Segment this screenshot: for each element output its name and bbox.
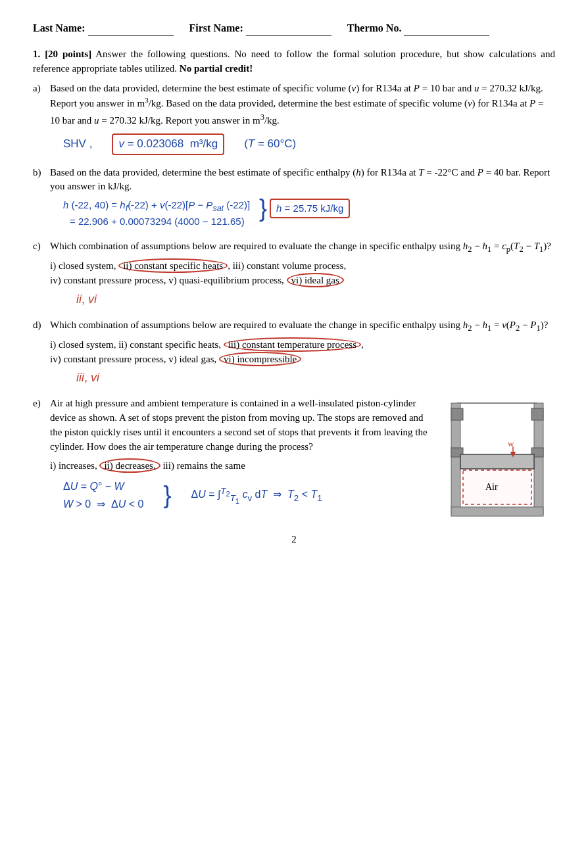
part-d-answer: iii, vi xyxy=(76,369,555,386)
part-d-line1: i) closed system, ii) constant specific … xyxy=(50,338,555,352)
q1-points: [20 points] xyxy=(45,49,91,59)
svg-rect-5 xyxy=(531,408,543,420)
page-number: 2 xyxy=(33,533,555,547)
part-a: a) Based on the data provided, determine… xyxy=(33,82,555,159)
last-name-field[interactable] xyxy=(88,20,174,36)
part-b-text: Based on the data provided, determine th… xyxy=(50,166,555,195)
part-b-brace: } h = 25.75 kJ/kg xyxy=(259,198,350,219)
part-e-line1: ΔU = Q° − W xyxy=(63,479,143,494)
part-d-line2: iv) constant pressure process, v) ideal … xyxy=(50,352,555,367)
q1-no-partial: No partial credit! xyxy=(180,63,253,74)
part-e-ii-circled: ii) decreases, xyxy=(99,458,160,473)
part-a-label: a) xyxy=(33,82,45,159)
svg-rect-3 xyxy=(451,507,543,516)
last-name-label: Last Name: xyxy=(33,20,86,36)
part-d-label: d) xyxy=(33,318,45,391)
first-name-label: First Name: xyxy=(189,20,243,36)
part-e-right-line1: ΔU = ∫T2T1 cv dT ⇒ T2 < T1 xyxy=(191,485,322,506)
part-e-label: e) xyxy=(33,397,45,526)
svg-rect-8 xyxy=(460,454,534,469)
part-a-shv: SHV , xyxy=(63,136,92,153)
part-e: e) Ai xyxy=(33,397,555,526)
part-d-vi-circled: vi) incompressible xyxy=(219,352,301,366)
part-a-temp: (T = 60°C) xyxy=(244,136,296,153)
thermo-label: Thermo No. xyxy=(347,20,402,36)
part-b-calc: h (-22, 40) = hf(-22) + v(-22)[P − Psat … xyxy=(63,198,250,229)
part-c-ii-circled: ii) constant specific heats xyxy=(118,258,228,273)
part-b-label: b) xyxy=(33,166,45,233)
q1-number: 1. xyxy=(33,49,40,59)
part-d: d) Which combination of assumptions belo… xyxy=(33,318,555,391)
part-e-calc-left: ΔU = Q° − W W > 0 ⇒ ΔU < 0 xyxy=(63,479,143,512)
q1-text: Answer the following questions. No need … xyxy=(33,49,555,74)
part-c-content: Which combination of assumptions below a… xyxy=(50,239,555,312)
part-c-line2: iv) constant pressure process, v) quasi-… xyxy=(50,274,555,288)
part-b: b) Based on the data provided, determine… xyxy=(33,166,555,233)
part-a-content: Based on the data provided, determine th… xyxy=(50,82,555,159)
part-e-content: Air w Air at high pressure and ambient t… xyxy=(50,397,550,526)
part-d-options: i) closed system, ii) constant specific … xyxy=(50,338,555,367)
part-a-answer-box: v = 0.023068 m³/kg xyxy=(112,133,224,155)
part-b-answer-box: h = 25.75 kJ/kg xyxy=(270,199,350,218)
part-b-content: Based on the data provided, determine th… xyxy=(50,166,555,233)
air-label: Air xyxy=(485,482,498,492)
part-e-handwritten: ΔU = Q° − W W > 0 ⇒ ΔU < 0 } ΔU = ∫T2T1 … xyxy=(63,479,435,512)
first-name-field[interactable] xyxy=(246,20,331,36)
part-b-line1: h (-22, 40) = hf(-22) + v(-22)[P − Psat … xyxy=(63,198,250,214)
piston-diagram-container: Air w xyxy=(445,397,550,526)
part-c-label: c) xyxy=(33,239,45,312)
part-c-hw-answer: ii, vi xyxy=(76,293,97,306)
part-c-options: i) closed system, ii) constant specific … xyxy=(50,259,555,288)
thermo-field[interactable] xyxy=(404,20,489,36)
part-d-text: Which combination of assumptions below a… xyxy=(50,318,555,334)
part-d-iii-circled: iii) constant temperature process xyxy=(224,337,361,352)
part-c-vi-circled: vi) ideal gas xyxy=(287,273,344,287)
part-c-text: Which combination of assumptions below a… xyxy=(50,239,555,255)
part-c-line1: i) closed system, ii) constant specific … xyxy=(50,259,555,274)
part-e-calc-right: ΔU = ∫T2T1 cv dT ⇒ T2 < T1 xyxy=(191,485,322,506)
svg-rect-4 xyxy=(451,408,463,420)
part-c: c) Which combination of assumptions belo… xyxy=(33,239,555,312)
piston-diagram-svg: Air w xyxy=(445,397,550,521)
header: Last Name: First Name: Thermo No. xyxy=(33,20,555,36)
part-b-handwritten: h (-22, 40) = hf(-22) + v(-22)[P − Psat … xyxy=(63,198,555,229)
part-d-content: Which combination of assumptions below a… xyxy=(50,318,555,391)
part-e-brace: } xyxy=(163,485,171,506)
question-1: 1. [20 points] Answer the following ques… xyxy=(33,47,555,76)
part-b-line2: = 22.906 + 0.00073294 (4000 − 121.65) xyxy=(70,214,250,229)
part-a-handwritten: SHV , v = 0.023068 m³/kg (T = 60°C) xyxy=(63,133,555,155)
part-e-line2: W > 0 ⇒ ΔU < 0 xyxy=(63,496,143,512)
part-c-answer: ii, vi xyxy=(76,291,555,308)
part-a-text: Based on the data provided, determine th… xyxy=(50,82,555,128)
part-d-hw-answer: iii, vi xyxy=(76,371,99,384)
